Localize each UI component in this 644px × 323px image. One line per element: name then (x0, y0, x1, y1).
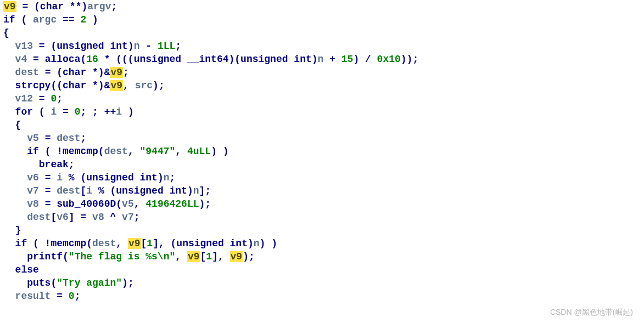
code-line: if ( !memcmp(dest, v9[1], (unsigned int)… (3, 238, 277, 249)
highlighted-var: v9 (110, 67, 123, 78)
highlighted-var: v9 (187, 251, 200, 262)
highlighted-var: v9 (110, 80, 123, 91)
code-line: { (3, 120, 21, 131)
highlighted-var: v9 (128, 238, 141, 249)
code-line: if ( !memcmp(dest, "9447", 4uLL) ) (3, 146, 229, 157)
watermark-text: CSDN @黑色地带(崛起) (550, 308, 633, 318)
code-line: v9 = (char **)argv; (3, 1, 117, 12)
highlighted-var: v9 (230, 251, 243, 262)
code-line: v8 = sub_40060D(v5, 4196426LL); (3, 199, 211, 209)
code-line: puts("Try again"); (3, 277, 134, 288)
code-line: dest = (char *)&v9; (3, 67, 129, 78)
code-line: result = 0; (3, 291, 80, 302)
highlighted-var: v9 (3, 1, 16, 12)
code-line: v4 = alloca(16 * (((unsigned __int64)(un… (3, 54, 418, 65)
code-line: dest[v6] = v8 ^ v7; (3, 212, 140, 223)
code-line: } (3, 225, 21, 236)
code-line: else (3, 264, 39, 275)
code-line: break; (3, 159, 75, 170)
decompiled-code: v9 = (char **)argv; if ( argc == 2 ) { v… (0, 0, 644, 303)
code-line: printf("The flag is %s\n", v9[1], v9); (3, 251, 255, 262)
code-line: v12 = 0; (3, 93, 63, 104)
code-line: if ( argc == 2 ) (3, 14, 98, 25)
code-line: v13 = (unsigned int)n - 1LL; (3, 41, 181, 52)
code-line: for ( i = 0; ; ++i ) (3, 106, 134, 117)
code-line: { (3, 27, 9, 38)
code-line: strcpy((char *)&v9, src); (3, 80, 165, 91)
code-line: v6 = i % (unsigned int)n; (3, 172, 175, 183)
code-line: v5 = dest; (3, 133, 86, 144)
code-line: v7 = dest[i % (unsigned int)n]; (3, 185, 211, 196)
